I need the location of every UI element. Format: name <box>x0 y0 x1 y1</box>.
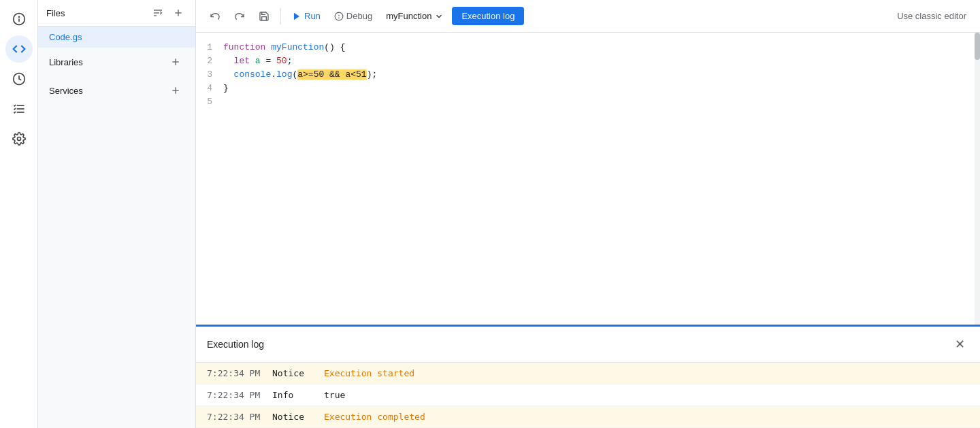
sidebar-section-services[interactable]: Services <box>38 76 195 105</box>
save-button[interactable] <box>253 7 275 26</box>
code-line-2: 2 let a = 50; <box>196 54 980 68</box>
settings-nav-btn[interactable] <box>5 125 33 152</box>
line-number-5: 5 <box>196 95 223 109</box>
line-number-1: 1 <box>196 41 223 54</box>
undo-button[interactable] <box>204 7 226 26</box>
editor-area: 1 function myFunction() { 2 let a = 50; … <box>196 33 980 428</box>
toolbar: Run Debug myFunction Execution log Use c… <box>196 0 980 33</box>
icon-rail <box>0 0 38 428</box>
execution-log-header: Execution log ✕ <box>196 327 980 363</box>
code-content-2: let a = 50; <box>223 54 980 68</box>
log-close-button[interactable]: ✕ <box>950 335 969 354</box>
log-level-2: Notice <box>272 412 313 422</box>
services-label: Services <box>49 86 83 96</box>
code-line-4: 4 } <box>196 82 980 95</box>
log-level-0: Notice <box>272 368 313 378</box>
add-service-button[interactable] <box>167 83 184 98</box>
code-content-1: function myFunction() { <box>223 41 980 54</box>
sidebar: Files Code.gs Libraries <box>38 0 196 428</box>
log-time-2: 7:22:34 PM <box>207 412 261 422</box>
function-selector[interactable]: myFunction <box>380 8 449 24</box>
log-message-0: Execution started <box>324 368 969 378</box>
line-number-2: 2 <box>196 54 223 68</box>
log-message-1: true <box>324 390 969 400</box>
code-editor[interactable]: 1 function myFunction() { 2 let a = 50; … <box>196 33 980 325</box>
run-label: Run <box>304 11 321 21</box>
log-message-2: Execution completed <box>324 412 969 422</box>
execution-log-button[interactable]: Execution log <box>452 7 524 25</box>
sort-files-button[interactable] <box>149 5 167 20</box>
svg-marker-17 <box>294 12 299 20</box>
line-number-3: 3 <box>196 68 223 82</box>
log-entry-2: 7:22:34 PM Notice Execution completed <box>196 406 980 428</box>
debug-button[interactable]: Debug <box>329 7 378 25</box>
function-name: myFunction <box>386 11 431 21</box>
run-button[interactable]: Run <box>287 7 326 25</box>
info-nav-btn[interactable] <box>5 5 33 33</box>
main-editor-area: Run Debug myFunction Execution log Use c… <box>196 0 980 428</box>
code-line-5: 5 <box>196 95 980 109</box>
code-nav-btn[interactable] <box>5 35 33 63</box>
log-time-0: 7:22:34 PM <box>207 368 261 378</box>
log-entry-0: 7:22:34 PM Notice Execution started <box>196 363 980 384</box>
execution-log-panel: Execution log ✕ 7:22:34 PM Notice Execut… <box>196 325 980 428</box>
use-classic-editor-button[interactable]: Use classic editor <box>892 8 972 24</box>
code-content-3: console.log(a>=50 && a<51); <box>223 68 980 82</box>
scrollbar-track[interactable] <box>975 33 980 325</box>
execution-log-title: Execution log <box>207 339 264 350</box>
scrollbar-thumb[interactable] <box>975 33 980 60</box>
file-item-code-gs[interactable]: Code.gs <box>38 27 195 48</box>
log-time-1: 7:22:34 PM <box>207 390 261 400</box>
line-number-4: 4 <box>196 82 223 95</box>
code-line-3: 3 console.log(a>=50 && a<51); <box>196 68 980 82</box>
redo-button[interactable] <box>229 7 250 26</box>
log-entry-1: 7:22:34 PM Info true <box>196 384 980 406</box>
add-library-button[interactable] <box>167 54 184 69</box>
file-name: Code.gs <box>49 32 184 42</box>
executions-nav-btn[interactable] <box>5 95 33 122</box>
libraries-label: Libraries <box>49 57 83 67</box>
sidebar-header-actions <box>149 5 187 20</box>
sidebar-section-libraries[interactable]: Libraries <box>38 48 195 76</box>
add-file-button[interactable] <box>169 5 187 20</box>
clock-nav-btn[interactable] <box>5 65 33 93</box>
sidebar-header: Files <box>38 0 195 27</box>
code-content-4: } <box>223 82 980 95</box>
code-line-1: 1 function myFunction() { <box>196 41 980 54</box>
debug-label: Debug <box>346 11 372 21</box>
sidebar-title: Files <box>46 8 65 18</box>
svg-point-7 <box>17 137 20 141</box>
log-level-1: Info <box>272 390 313 400</box>
toolbar-divider-1 <box>280 8 281 24</box>
